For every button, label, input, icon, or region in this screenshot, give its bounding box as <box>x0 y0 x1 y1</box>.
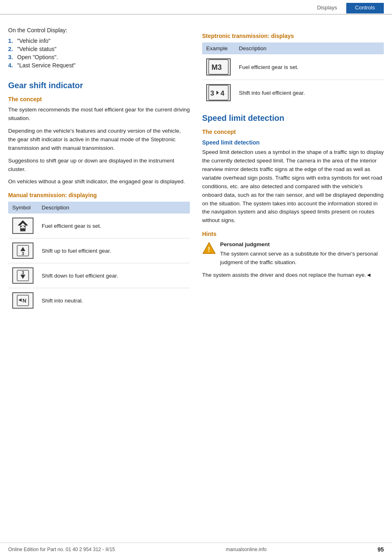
list-item: 2. "Vehicle status" <box>8 46 190 52</box>
desc-cell: Fuel efficient gear is set. <box>235 54 384 80</box>
list-text: Open "Options". <box>17 54 58 60</box>
gear-concept-para3: Suggestions to shift gear up or down are… <box>8 157 190 174</box>
symbol-cell: 3 <box>8 238 38 263</box>
table-row: 3 4 Shift into fuel efficient gear. <box>202 80 384 106</box>
tab-displays[interactable]: Displays <box>308 3 346 13</box>
table-row: 3 Shift down to fuel efficient gear. <box>8 263 190 288</box>
gear-symbol-up3: 3 <box>12 242 33 259</box>
manual-transmission-subheading: Manual transmission: displaying <box>8 192 190 198</box>
symbol-cell: N <box>8 288 38 313</box>
col-description: Description <box>38 202 190 214</box>
hint-title: Personal judgment <box>220 240 384 249</box>
svg-text:3: 3 <box>22 270 24 275</box>
table-row: 3 Shift up to fuel efficient gear. <box>8 238 190 263</box>
table-header-row: Example Description <box>202 42 384 54</box>
list-num: 3. <box>8 54 15 60</box>
hints-subheading: Hints <box>202 231 384 237</box>
col-description: Description <box>235 42 384 54</box>
tab-controls[interactable]: Controls <box>346 3 384 13</box>
example-cell: M3 <box>202 54 235 80</box>
hint-footer-text: The system assists the driver and does n… <box>202 271 384 280</box>
nav-tab-group: Displays Controls <box>308 3 384 13</box>
intro-list: 1. "Vehicle info" 2. "Vehicle status" 3.… <box>8 38 190 69</box>
speed-detection-subsubheading: Speed limit detection <box>202 139 384 146</box>
gear-concept-para1: The system recommends the most fuel effi… <box>8 106 190 123</box>
desc-cell: Shift into fuel efficient gear. <box>235 80 384 106</box>
footer-left-text: Online Edition for Part no. 01 40 2 954 … <box>8 547 115 552</box>
example-3to4: 3 4 <box>206 84 231 101</box>
svg-text:4: 4 <box>220 89 225 97</box>
right-column: Steptronic transmission: displays Exampl… <box>202 27 384 321</box>
hint-content: Personal judgment The system cannot serv… <box>220 240 384 267</box>
list-text: "Vehicle status" <box>17 46 56 52</box>
list-num: 4. <box>8 62 15 69</box>
list-item: 4. "Last Service Request" <box>8 62 190 69</box>
desc-cell: Fuel efficient gear is set. <box>38 214 190 238</box>
speed-limit-heading: Speed limit detection <box>202 113 384 123</box>
gear-symbol-down3: 3 <box>12 267 33 284</box>
gear-concept-para2: Depending on the vehicle's features and … <box>8 127 190 153</box>
steptronic-heading: Steptronic transmission: displays <box>202 33 384 39</box>
svg-text:N: N <box>22 298 26 304</box>
list-text: "Vehicle info" <box>17 38 51 44</box>
desc-cell: Shift into neutral. <box>38 288 190 313</box>
list-item: 1. "Vehicle info" <box>8 38 190 44</box>
gear-concept-para4: On vehicles without a gear shift indicat… <box>8 178 190 186</box>
page-number: 95 <box>377 546 384 553</box>
col-symbol: Symbol <box>8 202 38 214</box>
table-row: N Shift into neutral. <box>8 288 190 313</box>
left-column: On the Control Display: 1. "Vehicle info… <box>8 27 190 321</box>
symbol-cell: 3 <box>8 263 38 288</box>
list-text: "Last Service Request" <box>17 62 76 69</box>
gear-shift-heading: Gear shift indicator <box>8 81 190 90</box>
symbol-cell <box>8 214 38 238</box>
gear-symbol-neutral: N <box>12 292 33 309</box>
example-cell: 3 4 <box>202 80 235 106</box>
desc-cell: Shift down to fuel efficient gear. <box>38 263 190 288</box>
footer-right-text: manualsonline.info <box>226 547 267 552</box>
manual-transmission-table: Symbol Description <box>8 202 190 313</box>
gear-symbol-checkmark <box>12 218 33 234</box>
gear-concept-subheading: The concept <box>8 96 190 102</box>
svg-text:!: ! <box>208 246 210 253</box>
hint-body: The system cannot serve as a substitute … <box>220 250 384 267</box>
hints-box: ! Personal judgment The system cannot se… <box>202 240 384 267</box>
table-row: Fuel efficient gear is set. <box>8 214 190 238</box>
desc-cell: Shift up to fuel efficient gear. <box>38 238 190 263</box>
list-num: 1. <box>8 38 15 44</box>
list-num: 2. <box>8 46 15 52</box>
svg-text:3: 3 <box>22 251 24 256</box>
intro-text: On the Control Display: <box>8 27 190 33</box>
table-header-row: Symbol Description <box>8 202 190 214</box>
svg-text:M3: M3 <box>212 63 222 71</box>
page-footer: Online Edition for Part no. 01 40 2 954 … <box>0 543 392 556</box>
speed-concept-subheading: The concept <box>202 129 384 135</box>
steptronic-table: Example Description M3 Fuel efficient <box>202 42 384 105</box>
main-content: On the Control Display: 1. "Vehicle info… <box>0 15 392 329</box>
col-example: Example <box>202 42 235 54</box>
example-M3: M3 <box>206 58 231 76</box>
table-row: M3 Fuel efficient gear is set. <box>202 54 384 80</box>
list-item: 3. Open "Options". <box>8 54 190 60</box>
speed-detection-para: Speed limit detection uses a symbol in t… <box>202 148 384 225</box>
svg-text:3: 3 <box>210 89 214 97</box>
warning-triangle-icon: ! <box>202 241 216 255</box>
top-navigation: Displays Controls <box>0 0 392 15</box>
